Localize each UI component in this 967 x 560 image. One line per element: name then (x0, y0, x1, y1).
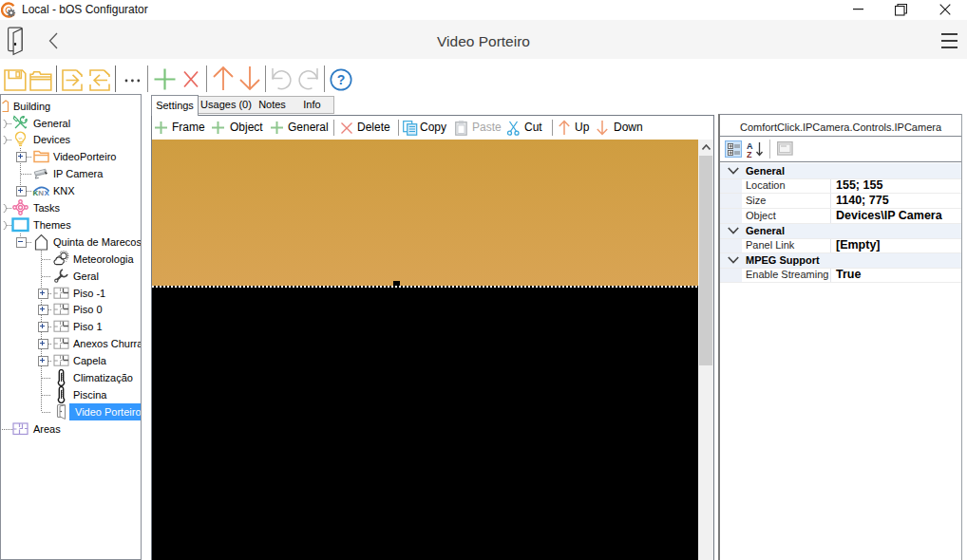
svg-text:Z: Z (747, 150, 752, 159)
svg-text:A: A (747, 141, 753, 151)
svg-text:?: ? (337, 72, 346, 87)
